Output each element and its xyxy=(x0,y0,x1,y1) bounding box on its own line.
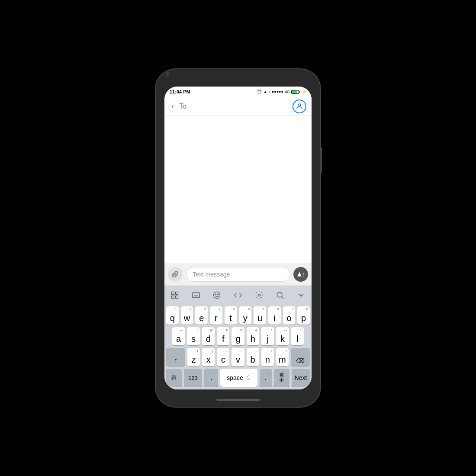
network-label: 4G xyxy=(285,90,290,94)
keyboard-row-3: ↑ (z )x —c —v —b :n /m ⌫ xyxy=(166,348,310,366)
status-icons: ⏰ ▲ ↕ ●●●●● 4G ⚡ xyxy=(257,90,306,94)
key-h[interactable]: &h xyxy=(247,327,259,345)
charging-icon: ⚡ xyxy=(302,90,306,94)
camera xyxy=(165,72,170,76)
battery-icon xyxy=(291,90,300,94)
home-indicator xyxy=(216,399,260,401)
status-time: 11:04 PM xyxy=(170,89,190,94)
key-c[interactable]: —c xyxy=(217,348,229,366)
contact-button[interactable] xyxy=(293,100,306,113)
key-k[interactable]: —k xyxy=(276,327,289,345)
text-message-placeholder: Text message xyxy=(193,271,230,278)
key-v[interactable]: —v xyxy=(232,348,244,366)
svg-line-17 xyxy=(282,296,284,299)
key-q[interactable]: 1q xyxy=(166,306,179,325)
key-b[interactable]: —b xyxy=(247,348,259,366)
svg-point-13 xyxy=(215,294,216,295)
key-i[interactable]: 8i xyxy=(268,306,281,325)
signal-icon: ↕ xyxy=(268,90,270,94)
send-button[interactable]: ↑ xyxy=(293,267,308,282)
lang-key[interactable]: 英中 xyxy=(274,369,289,387)
svg-point-14 xyxy=(218,294,219,295)
alarm-icon: ⏰ xyxy=(257,90,262,94)
space-label: space xyxy=(227,374,243,381)
svg-rect-5 xyxy=(176,296,178,298)
message-area xyxy=(164,116,312,263)
back-button[interactable]: ‹ xyxy=(170,102,176,111)
key-r[interactable]: 4r xyxy=(210,306,222,325)
keyboard: 1q 2w 3e 4r 5t 6y 7u 8i 9o 0p —a 1s @d #… xyxy=(164,304,312,389)
key-d[interactable]: @d xyxy=(202,327,215,345)
svg-point-12 xyxy=(214,292,220,298)
speaker xyxy=(216,74,260,77)
space-key[interactable]: space xyxy=(220,369,257,387)
comma-key[interactable]: ， xyxy=(204,369,218,387)
key-e[interactable]: 3e xyxy=(195,306,208,325)
app-header: ‹ xyxy=(164,97,312,116)
num-key[interactable]: 123 xyxy=(184,369,202,387)
shift-key[interactable]: ↑ xyxy=(166,348,185,366)
key-y[interactable]: 6y xyxy=(239,306,252,325)
svg-rect-2 xyxy=(172,292,174,294)
svg-rect-3 xyxy=(176,292,178,294)
emoji-icon[interactable] xyxy=(209,287,225,303)
phone-device: 11:04 PM ⏰ ▲ ↕ ●●●●● 4G ⚡ ‹ xyxy=(156,69,320,407)
phone-screen: 11:04 PM ⏰ ▲ ↕ ●●●●● 4G ⚡ ‹ xyxy=(164,87,312,389)
svg-point-15 xyxy=(258,294,260,296)
key-m[interactable]: /m xyxy=(276,348,289,366)
key-j[interactable]: *j xyxy=(261,327,274,345)
settings-icon[interactable] xyxy=(251,287,267,303)
key-l[interactable]: ?l xyxy=(291,327,304,345)
status-bar: 11:04 PM ⏰ ▲ ↕ ●●●●● 4G ⚡ xyxy=(164,87,312,97)
svg-point-16 xyxy=(277,292,282,297)
symbol-key[interactable]: 符 xyxy=(166,369,182,387)
svg-rect-18 xyxy=(248,376,249,378)
key-f[interactable]: #f xyxy=(217,327,229,345)
chevron-down-icon[interactable] xyxy=(293,287,309,303)
svg-rect-4 xyxy=(172,296,174,298)
search-icon[interactable] xyxy=(272,287,288,303)
keyboard-row-bottom: 符 123 ， space . 英中 Next xyxy=(166,369,310,387)
period-key[interactable]: . xyxy=(260,369,272,387)
key-n[interactable]: :n xyxy=(261,348,274,366)
key-w[interactable]: 2w xyxy=(181,306,193,325)
key-a[interactable]: —a xyxy=(172,327,185,345)
keyboard-row-1: 1q 2w 3e 4r 5t 6y 7u 8i 9o 0p xyxy=(166,306,310,325)
keyboard-icon[interactable] xyxy=(188,287,204,303)
to-field-wrapper xyxy=(179,103,289,110)
svg-point-0 xyxy=(298,104,301,106)
key-s[interactable]: 1s xyxy=(187,327,199,345)
backspace-key[interactable]: ⌫ xyxy=(291,348,310,366)
grid-icon[interactable] xyxy=(167,287,183,303)
next-key[interactable]: Next xyxy=(292,369,310,387)
signal-dots: ●●●●● xyxy=(272,90,283,94)
message-input-bar: Text message ↑ xyxy=(164,263,312,286)
key-u[interactable]: 7u xyxy=(254,306,266,325)
key-p[interactable]: 0p xyxy=(297,306,310,325)
attach-button[interactable] xyxy=(168,267,183,282)
to-input[interactable] xyxy=(179,103,289,110)
svg-rect-6 xyxy=(193,293,200,298)
wifi-icon: ▲ xyxy=(263,90,267,94)
keyboard-toolbar xyxy=(164,286,312,304)
key-g[interactable]: %g xyxy=(232,327,244,345)
text-message-input[interactable]: Text message xyxy=(186,267,290,282)
keyboard-row-2: —a 1s @d #f %g &h *j —k ?l xyxy=(166,327,310,345)
key-o[interactable]: 9o xyxy=(283,306,296,325)
key-t[interactable]: 5t xyxy=(225,306,237,325)
key-x[interactable]: )x xyxy=(202,348,215,366)
code-icon[interactable] xyxy=(230,287,246,303)
key-z[interactable]: (z xyxy=(187,348,200,366)
